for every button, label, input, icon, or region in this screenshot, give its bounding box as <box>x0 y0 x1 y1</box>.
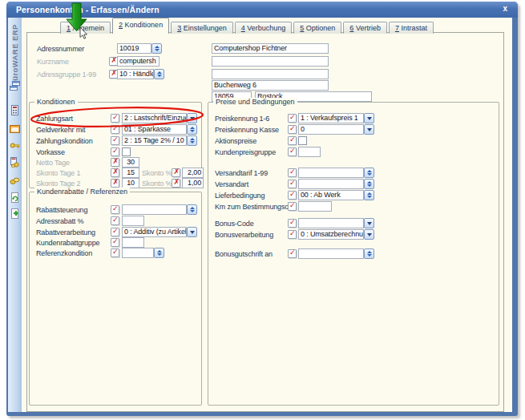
preiskennung-field[interactable]: 1 : Verkaufspreis 1 <box>298 113 364 123</box>
titlebar[interactable]: Personenkonten - Erfassen/Ändern x <box>6 2 518 18</box>
rabattsteuerung-field[interactable] <box>122 204 187 215</box>
skonto-prozent1-x-icon[interactable] <box>172 168 180 177</box>
referenzkondition-field[interactable] <box>122 248 154 258</box>
content-area: 1 Allgemein 2 Konditionen 3 Einstellunge… <box>22 18 512 412</box>
versandart-field[interactable] <box>298 179 364 189</box>
adressgruppe-spinner-button[interactable] <box>154 69 164 79</box>
name1-field[interactable]: Computershop Fichtner <box>212 43 329 54</box>
close-button[interactable]: x <box>503 4 507 13</box>
referenzkondition-spinner-button[interactable] <box>154 248 164 258</box>
group-konditionen: Konditionen Zahlungsart 2 : Lastschrift/… <box>29 102 202 188</box>
rabattverarbeitung-field[interactable]: 0 : Additiv (zu Artikel/WGR <box>122 227 187 237</box>
adressgruppe-field[interactable]: 10 : Händler <box>117 69 154 79</box>
name2-field[interactable] <box>212 56 329 67</box>
geldverkehr-spinner-button[interactable] <box>187 124 197 135</box>
preiskennung-kasse-field[interactable]: 0 <box>298 124 364 135</box>
vorkasse-checkbox[interactable] <box>122 147 131 156</box>
bonusverarbeitung-dropdown-button[interactable] <box>364 229 374 240</box>
coins-icon[interactable] <box>10 174 20 184</box>
bonus-code-check-icon[interactable] <box>288 219 297 228</box>
tab-optionen[interactable]: 5 Optionen <box>293 22 341 34</box>
adressnummer-field[interactable]: 10019 <box>117 43 151 54</box>
zahlungskondition-field[interactable]: 2 : 15 Tage 2% / 10 Tag <box>122 135 187 146</box>
versandtarif-field[interactable] <box>298 168 364 178</box>
zahlungsart-label: Zahlungsart <box>36 114 73 123</box>
versandtarif-check-icon[interactable] <box>288 168 297 177</box>
referenzkondition-check-icon[interactable] <box>111 248 119 257</box>
zahlungsart-dropdown-button[interactable] <box>187 113 197 123</box>
zahlungsart-field[interactable]: 2 : Lastschrift/Einzugserm <box>122 113 187 123</box>
calculator-coins-icon[interactable] <box>10 156 20 167</box>
bonusgutschrift-field[interactable] <box>298 248 364 259</box>
netto-tage-field[interactable]: 30 <box>122 157 139 168</box>
skonto-tage2-x-icon[interactable] <box>111 179 119 188</box>
document-add-icon[interactable] <box>10 208 20 218</box>
lieferbedingung-field[interactable]: 00 : Ab Werk <box>298 190 364 200</box>
adressnummer-spinner-button[interactable] <box>151 43 162 54</box>
aktionspreise-checkbox[interactable] <box>298 136 307 145</box>
bonus-code-dropdown-button[interactable] <box>364 218 374 228</box>
rabattsteuerung-spinner-button[interactable] <box>187 204 197 215</box>
tab-verbuchung[interactable]: 4 Verbuchung <box>235 22 293 34</box>
bonus-code-label: Bonus-Code <box>215 219 254 228</box>
preiskennung-kasse-check-icon[interactable] <box>288 125 297 134</box>
kurzname-field[interactable]: computersh <box>117 56 160 67</box>
rabattverarbeitung-check-icon[interactable] <box>111 228 119 236</box>
key-icon[interactable] <box>10 139 20 149</box>
tab-einstellungen[interactable]: 3 Einstellungen <box>171 22 233 34</box>
geldverkehr-check-icon[interactable] <box>111 125 119 134</box>
rabattverarbeitung-dropdown-button[interactable] <box>187 227 197 237</box>
versandart-spinner-button[interactable] <box>364 179 374 189</box>
vorkasse-check-icon[interactable] <box>111 147 119 156</box>
tab-page-konditionen: Adressnummer 10019 Kurzname computersh A… <box>26 32 504 412</box>
document-refresh-icon[interactable] <box>10 192 20 202</box>
kundenpreisgruppe-field[interactable] <box>298 147 321 157</box>
versandtarif-spinner-button[interactable] <box>364 168 374 178</box>
lieferbedingung-spinner-button[interactable] <box>364 190 374 200</box>
bonus-code-field[interactable] <box>298 218 364 228</box>
zahlungsart-check-icon[interactable] <box>111 114 119 123</box>
skonto-prozent2-x-icon[interactable] <box>172 179 180 188</box>
kundenrabattgruppe-check-icon[interactable] <box>111 238 119 247</box>
versandart-check-icon[interactable] <box>288 180 297 188</box>
skonto-prozent2-label: Skonto % <box>142 179 172 188</box>
calculator-icon[interactable] <box>10 104 20 115</box>
adressrabatt-check-icon[interactable] <box>111 216 119 225</box>
preiskennung-check-icon[interactable] <box>288 114 297 123</box>
tab-intrastat[interactable]: 7 Intrastat <box>389 22 434 34</box>
skonto-tage1-x-icon[interactable] <box>111 168 119 177</box>
tab-bar: 1 Allgemein 2 Konditionen 3 Einstellunge… <box>60 19 435 34</box>
table-windows-icon[interactable] <box>10 80 20 91</box>
kundenpreisgruppe-check-icon[interactable] <box>288 147 297 156</box>
street-field[interactable]: Buchenweg 6 <box>212 80 329 91</box>
bonusverarbeitung-check-icon[interactable] <box>288 230 297 239</box>
geldverkehr-field[interactable]: 01 : Sparkasse <box>122 124 187 135</box>
skonto-tage1-field[interactable]: 15 <box>122 168 139 178</box>
name3-field[interactable] <box>212 69 329 79</box>
zahlungskondition-spinner-button[interactable] <box>187 135 197 146</box>
zahlungskondition-check-icon[interactable] <box>111 136 119 145</box>
tab-allgemein[interactable]: 1 Allgemein <box>60 22 111 34</box>
window-title: Personenkonten - Erfassen/Ändern <box>16 5 160 14</box>
km-bestimmungsort-check-icon[interactable] <box>288 202 297 211</box>
bonusgutschrift-spinner-button[interactable] <box>364 248 374 259</box>
kundenrabattgruppe-label: Kundenrabattgruppe <box>36 238 99 248</box>
rabattsteuerung-check-icon[interactable] <box>111 205 119 214</box>
adressrabatt-field[interactable] <box>122 216 144 226</box>
bonusverarbeitung-field[interactable]: 0 : Umsatzberechnung Adr <box>298 229 364 240</box>
lieferbedingung-check-icon[interactable] <box>288 191 297 200</box>
skonto-prozent1-field[interactable]: 2,00 <box>182 168 204 178</box>
netto-tage-x-icon[interactable] <box>111 158 119 167</box>
folder-window-icon[interactable] <box>10 123 20 133</box>
bonusgutschrift-check-icon[interactable] <box>288 249 297 258</box>
referenzkondition-label: Referenzkondition <box>36 248 92 258</box>
tab-vertrieb[interactable]: 6 Vertrieb <box>343 22 387 34</box>
preiskennung-dropdown-button[interactable] <box>364 113 374 123</box>
tab-konditionen[interactable]: 2 Konditionen <box>112 18 169 34</box>
aktionspreise-check-icon[interactable] <box>288 136 297 145</box>
skonto-prozent2-field[interactable]: 1,00 <box>182 178 204 188</box>
preiskennung-kasse-dropdown-button[interactable] <box>364 124 374 135</box>
km-bestimmungsort-field[interactable] <box>298 201 332 212</box>
kundenrabattgruppe-field[interactable] <box>122 237 144 248</box>
rabattsteuerung-label: Rabattsteuerung <box>36 205 87 215</box>
